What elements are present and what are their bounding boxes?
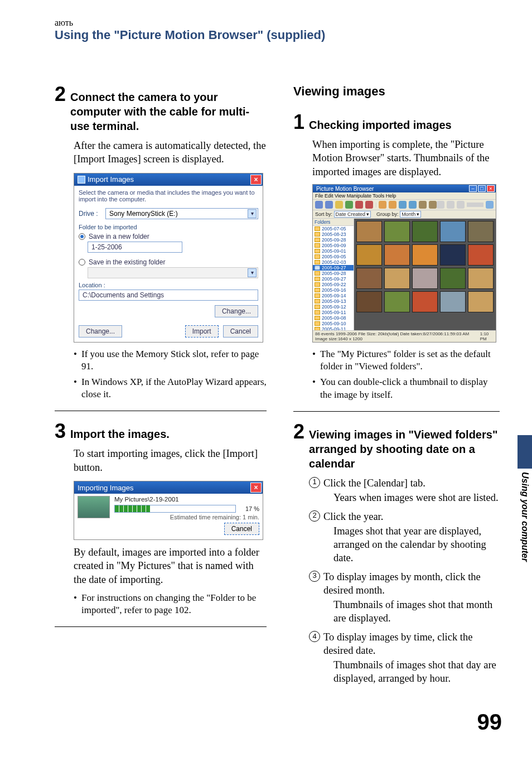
thumbnail[interactable] [440, 244, 466, 266]
folder-item[interactable]: 2005-09-22 [313, 282, 354, 287]
rotate-left-icon[interactable] [379, 201, 386, 209]
email-icon[interactable] [409, 201, 417, 209]
folder-icon [315, 249, 320, 253]
thumbnail[interactable] [356, 221, 382, 242]
thumbnail[interactable] [356, 244, 382, 266]
folder-item[interactable]: 2005-09-28 [313, 271, 354, 276]
forward-icon[interactable] [325, 201, 333, 209]
list-item: You can double-click a thumbnail to disp… [312, 376, 500, 401]
folder-item[interactable]: 2005-07-05 [313, 226, 354, 232]
new-folder-name-input[interactable]: 1-25-2006 [88, 242, 182, 253]
thumbnail[interactable] [384, 291, 410, 312]
thumbnail[interactable] [384, 221, 410, 242]
folder-item[interactable]: 2005-09-08 [313, 315, 354, 321]
folder-label: 2005-09-11 [322, 310, 346, 315]
thumbnail[interactable] [356, 268, 382, 289]
folders-tab[interactable]: Folders [313, 219, 354, 226]
folder-label: 2005-09-28 [322, 271, 346, 276]
folder-item[interactable]: 2005-09-16 [313, 287, 354, 293]
folder-icon [315, 243, 320, 248]
group-by-select[interactable]: Month▾ [400, 211, 421, 218]
maximize-icon[interactable]: □ [478, 185, 486, 192]
window-titlebar: Picture Motion Browser – □ × [313, 185, 496, 192]
thumbnail[interactable] [384, 244, 410, 266]
step-body-text: After the camera is automatically detect… [74, 139, 267, 166]
thumbnail[interactable] [412, 291, 438, 312]
folder-item[interactable]: 2005-09-27 [313, 276, 354, 282]
dialog-hint: Select the camera or media that includes… [79, 189, 258, 202]
export-icon[interactable] [429, 201, 437, 209]
thumbnail[interactable] [412, 221, 438, 242]
folder-item[interactable]: 2005-09-28 [313, 237, 354, 243]
play-icon[interactable] [345, 201, 353, 209]
folder-label: 2005-09-10 [322, 321, 346, 326]
radio-new-folder[interactable] [79, 233, 85, 240]
group-by-label: Group by: [376, 211, 399, 217]
zoom-track[interactable] [467, 202, 483, 207]
rotate-right-icon[interactable] [389, 201, 396, 209]
drive-value: Sony MemoryStick (E:) [109, 210, 178, 218]
change-button[interactable]: Change... [79, 325, 122, 337]
folder-label: 2005-09-09 [322, 243, 346, 248]
menu-bar[interactable]: File Edit View Manipulate Tools Help [313, 192, 496, 200]
step-1-notes: The "My Pictures" folder is set as the d… [312, 348, 500, 401]
close-icon[interactable]: × [487, 185, 495, 192]
back-icon[interactable] [315, 201, 323, 209]
importing-progress-dialog: Importing Images × My Pictures\2-19-2001… [74, 481, 263, 540]
edit-icon[interactable] [419, 201, 427, 209]
view-grid-icon[interactable] [437, 201, 444, 209]
cancel-button[interactable]: Cancel [223, 325, 258, 337]
thumbnail[interactable] [412, 268, 438, 289]
folder-label: 2005-09-05 [322, 254, 346, 259]
thumbnail[interactable] [440, 291, 466, 312]
view-list-icon[interactable] [447, 201, 454, 209]
minimize-icon[interactable]: – [469, 185, 477, 192]
close-icon[interactable]: × [250, 175, 262, 185]
thumbnail[interactable] [440, 221, 466, 242]
delete-icon[interactable] [365, 201, 373, 209]
close-icon[interactable]: × [250, 483, 262, 493]
folder-icon [315, 288, 320, 292]
chevron-down-icon: ▾ [417, 211, 419, 217]
folder-icon [315, 293, 320, 298]
thumbnail[interactable] [440, 268, 466, 289]
step-2: 2 Connect the camera to your computer wi… [55, 84, 267, 166]
thumbnail[interactable] [468, 221, 494, 242]
cancel-button[interactable]: Cancel [224, 523, 259, 535]
change-location-button[interactable]: Change... [215, 305, 258, 317]
folder-item[interactable]: 2005-09-11 [313, 310, 354, 315]
drive-select[interactable]: Sony MemoryStick (E:) ▾ [105, 208, 258, 219]
zoom-slider-icon[interactable] [457, 201, 465, 209]
folder-item[interactable]: 2005-09-13 [313, 298, 354, 304]
print-icon[interactable] [399, 201, 407, 209]
list-item: 1 Click the [Calendar] tab. Years when i… [309, 476, 500, 504]
import-button[interactable]: Import [185, 325, 219, 337]
thumbnail[interactable] [412, 244, 438, 266]
folder-item[interactable]: 2005-09-05 [313, 254, 354, 259]
folder-item[interactable]: 2005-09-12 [313, 304, 354, 310]
circled-number: 3 [309, 571, 320, 582]
folder-icon [315, 316, 320, 320]
thumbnail[interactable] [468, 244, 494, 266]
folder-item[interactable]: 2005-09-14 [313, 293, 354, 298]
thumbnail[interactable] [468, 291, 494, 312]
folder-item[interactable]: 2005-08-23 [313, 232, 354, 237]
sort-by-select[interactable]: Date Created▾ [334, 211, 371, 218]
folder-label: 2005-08-23 [322, 232, 346, 237]
folder-item[interactable]: 2005-09-27 [313, 265, 354, 271]
folder-icon[interactable] [335, 201, 343, 209]
folder-item[interactable]: 2005-09-10 [313, 321, 354, 326]
burn-icon[interactable] [355, 201, 363, 209]
radio-new-label: Save in a new folder [89, 233, 149, 240]
separator: | [375, 202, 376, 208]
folder-item[interactable]: 2005-09-11 [313, 326, 354, 330]
thumbnail[interactable] [468, 268, 494, 289]
status-left: 86 events 1999-2006 File Size: 20kb(tota… [315, 331, 480, 341]
folder-item[interactable]: 2005-02-03 [313, 259, 354, 265]
folder-item[interactable]: 2005-09-01 [313, 248, 354, 254]
folder-item[interactable]: 2005-09-09 [313, 243, 354, 248]
fullscreen-icon[interactable] [486, 201, 494, 209]
radio-existing-folder[interactable] [79, 259, 85, 266]
thumbnail[interactable] [356, 291, 382, 312]
thumbnail[interactable] [384, 268, 410, 289]
